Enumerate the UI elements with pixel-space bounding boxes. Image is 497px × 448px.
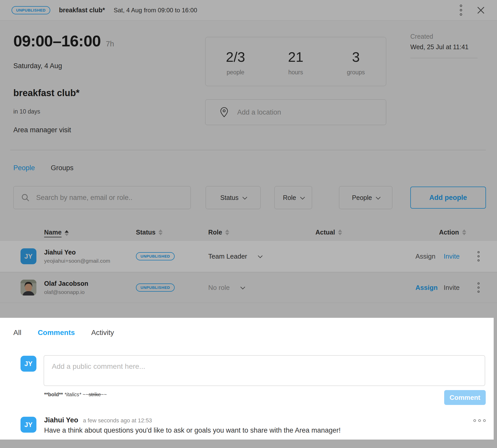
filter-role-label: Role (283, 194, 296, 201)
filter-people-dropdown[interactable]: People (339, 186, 392, 209)
chevron-down-icon (258, 253, 262, 258)
invite-link[interactable]: Invite (444, 252, 460, 260)
hint-strike-open: ~~ (83, 392, 88, 397)
stat-people-value: 2/3 (226, 49, 245, 65)
hint-strike: strike (88, 392, 101, 397)
filter-role-dropdown[interactable]: Role (274, 186, 312, 209)
sort-arrows-icon (158, 229, 163, 235)
column-name-label: Name (44, 229, 62, 237)
event-detail-section: 09:00–16:00 7h Saturday, 4 Aug breakfast… (0, 21, 497, 152)
row-more-options-icon[interactable] (478, 251, 480, 261)
status-badge: UNPUBLISHED (136, 252, 175, 260)
invite-link[interactable]: Invite (444, 284, 460, 292)
avatar: JY (21, 248, 36, 264)
location-input[interactable] (237, 108, 386, 116)
event-datetime-header: Sat, 4 Aug from 09:00 to 16:00 (114, 7, 197, 14)
column-header-name[interactable]: Name (44, 229, 69, 237)
column-header-action[interactable]: Action (439, 229, 466, 236)
search-icon (21, 193, 30, 202)
filter-people-label: People (352, 194, 372, 201)
role-value: Team Leader (208, 252, 247, 260)
event-name: breakfast club* (13, 88, 79, 98)
avatar-photo (21, 280, 36, 296)
hint-strike-close: ~~ (101, 392, 107, 397)
row-more-options-icon[interactable] (478, 282, 480, 293)
column-action-label: Action (439, 229, 459, 236)
comment-input[interactable] (44, 355, 485, 386)
stat-groups-value: 3 (352, 49, 360, 65)
event-title-header: breakfast club* (59, 6, 105, 14)
status-badge: UNPUBLISHED (136, 283, 175, 292)
comment-more-options-icon[interactable] (473, 419, 486, 422)
close-icon[interactable] (475, 5, 486, 16)
people-search-field[interactable] (13, 186, 191, 209)
more-options-icon[interactable] (460, 5, 462, 16)
column-status-label: Status (136, 229, 155, 236)
status-badge: UNPUBLISHED (12, 6, 50, 14)
comments-panel: All Comments Activity JY **bold** *itali… (0, 318, 494, 440)
role-dropdown[interactable]: No role (208, 284, 244, 292)
column-actual-label: Actual (315, 229, 335, 236)
dim-overlay (494, 318, 497, 448)
table-row[interactable]: JY Jiahui Yeo yeojiahui+soon@gmail.com U… (0, 241, 497, 272)
created-label: Created (410, 33, 478, 40)
chevron-down-icon (242, 195, 247, 199)
column-header-role[interactable]: Role (208, 229, 229, 236)
tab-comments[interactable]: Comments (38, 329, 75, 337)
comment-item: Jiahui Yeo a few seconds ago at 12:53 Ha… (44, 416, 444, 434)
section-divider (10, 150, 486, 150)
location-field[interactable] (205, 99, 386, 125)
chevron-down-icon (376, 195, 381, 199)
markdown-hints: **bold** *italics* ~~strike~~ (44, 392, 107, 398)
assign-link[interactable]: Assign (415, 284, 438, 292)
people-search-input[interactable] (36, 194, 191, 202)
stats-card: 2/3 people 21 hours 3 groups (205, 37, 386, 86)
stat-hours: 21 hours (266, 37, 326, 86)
sort-arrows-icon (225, 229, 229, 235)
person-name: Jiahui Yeo (44, 249, 110, 256)
hint-italics: *italics* (64, 392, 81, 397)
assign-link[interactable]: Assign (415, 252, 435, 260)
filter-status-dropdown[interactable]: Status (206, 186, 261, 209)
stat-hours-label: hours (288, 69, 303, 76)
avatar: JY (21, 417, 36, 433)
sort-arrows-icon (65, 230, 69, 236)
tab-activity[interactable]: Activity (91, 329, 114, 337)
stat-people-label: people (227, 69, 244, 76)
person-email: yeojiahui+soon@gmail.com (44, 258, 110, 264)
column-header-status[interactable]: Status (136, 229, 163, 236)
column-header-actual[interactable]: Actual (315, 229, 342, 236)
comment-author: Jiahui Yeo (44, 416, 78, 424)
person-name: Olaf Jacobson (44, 280, 88, 287)
column-role-label: Role (208, 229, 222, 236)
hint-bold: **bold** (44, 392, 63, 397)
tab-groups[interactable]: Groups (51, 164, 74, 172)
created-value: Wed, 25 Jul at 11:41 (410, 43, 478, 51)
role-dropdown[interactable]: Team Leader (208, 252, 261, 260)
tab-people[interactable]: People (13, 164, 35, 172)
duration: 7h (106, 40, 114, 48)
event-day: Saturday, 4 Aug (13, 62, 62, 70)
table-row[interactable]: Olaf Jacobson olaf@soonapp.io UNPUBLISHE… (0, 272, 497, 303)
people-section: People Groups Status Role People Add peo… (0, 152, 497, 318)
comment-submit-button[interactable]: Comment (444, 390, 486, 405)
people-table-header: Name Status Role Actual Action (0, 229, 497, 240)
comment-timestamp: a few seconds ago at 12:53 (83, 417, 152, 424)
event-description: Area manager visit (13, 126, 71, 134)
stat-hours-value: 21 (288, 49, 303, 65)
comment-text: Have a think about questions you'd like … (44, 426, 444, 434)
created-divider (410, 58, 478, 58)
tab-all[interactable]: All (13, 329, 21, 337)
add-people-button[interactable]: Add people (410, 187, 486, 209)
chevron-down-icon (300, 195, 305, 199)
sort-arrows-icon (338, 229, 342, 235)
chevron-down-icon (240, 285, 245, 289)
stat-people: 2/3 people (205, 37, 266, 86)
stat-groups: 3 groups (326, 37, 386, 86)
event-countdown: in 10 days (13, 108, 40, 115)
person-email: olaf@soonapp.io (44, 289, 88, 295)
role-value: No role (208, 284, 230, 292)
location-pin-icon (220, 107, 228, 118)
dim-overlay (0, 440, 494, 448)
modal-header: UNPUBLISHED breakfast club* Sat, 4 Aug f… (0, 0, 497, 21)
